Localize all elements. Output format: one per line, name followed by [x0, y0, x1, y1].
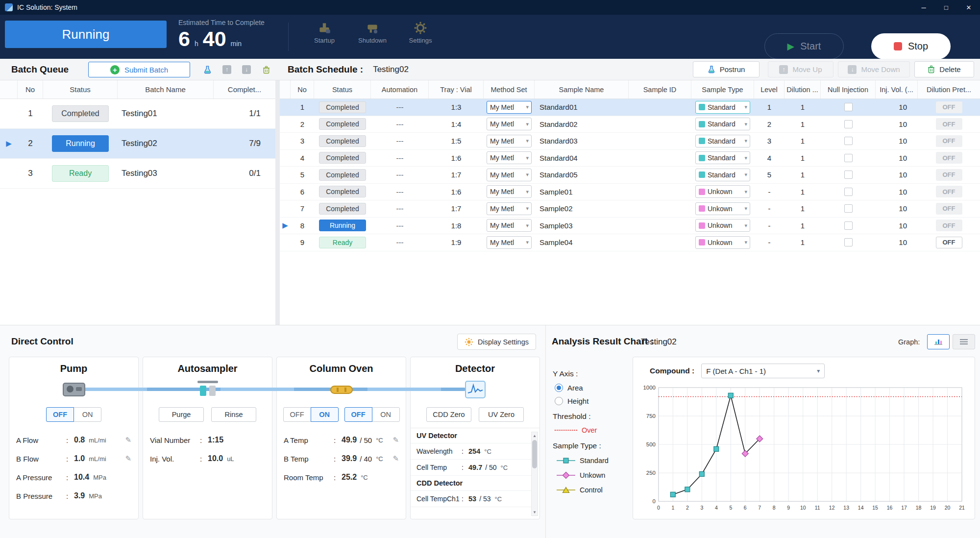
null-injection-checkbox[interactable]: [844, 171, 853, 179]
detector-cdd-zero-button[interactable]: CDD Zero: [426, 407, 471, 422]
sample-type-dropdown[interactable]: Unkown▾: [695, 185, 750, 198]
sample-type-dropdown[interactable]: Standard▾: [695, 135, 750, 147]
schedule-current-arrow: [280, 150, 291, 167]
column-oven-off-button[interactable]: OFF: [344, 407, 372, 422]
schedule-row-tray-vial: 1:7: [429, 200, 484, 217]
method-set-dropdown[interactable]: My Metl▾: [487, 169, 532, 181]
column-oven-off-button[interactable]: OFF: [283, 407, 311, 422]
submit-batch-button[interactable]: + Submit Batch: [88, 62, 190, 77]
schedule-row[interactable]: 2Completed---1:4My Metl▾Standard02Standa…: [280, 116, 980, 133]
method-set-dropdown[interactable]: My Metl▾: [487, 151, 532, 164]
queue-move-down-button[interactable]: ↓: [239, 63, 254, 76]
method-set-dropdown[interactable]: My Metl▾: [487, 135, 532, 147]
queue-move-up-button[interactable]: ↑: [220, 63, 234, 76]
shutdown-button[interactable]: Shutdown: [349, 21, 396, 44]
dilution-pret-toggle[interactable]: OFF: [936, 220, 962, 231]
startup-icon: [317, 21, 332, 35]
method-set-dropdown[interactable]: My Metl▾: [487, 185, 532, 198]
edit-pencil-icon[interactable]: ✎: [392, 436, 399, 444]
dilution-pret-toggle[interactable]: OFF: [936, 118, 962, 130]
y-axis-option-height[interactable]: Height: [555, 397, 634, 405]
sample-type-dropdown[interactable]: Standard▾: [695, 151, 750, 164]
display-settings-button[interactable]: Display Settings: [457, 334, 536, 350]
schedule-row[interactable]: 4Completed---1:6My Metl▾Standard04Standa…: [280, 150, 980, 167]
queue-row[interactable]: 3ReadyTesting030/1: [0, 159, 275, 189]
dilution-pret-toggle[interactable]: OFF: [936, 101, 962, 113]
null-injection-checkbox[interactable]: [844, 188, 853, 196]
queue-delete-button[interactable]: [259, 63, 273, 76]
sample-type-dropdown[interactable]: Standard▾: [695, 169, 750, 181]
pump-off-button[interactable]: OFF: [46, 407, 74, 422]
schedule-row-dilution-pret: OFF: [918, 116, 980, 133]
queue-row-name: Testing01: [118, 109, 214, 119]
queue-row[interactable]: ▶2RunningTesting027/9: [0, 129, 275, 159]
autosampler-rinse-button[interactable]: Rinse: [211, 407, 256, 422]
settings-button[interactable]: Settings: [397, 21, 444, 44]
schedule-row[interactable]: 5Completed---1:7My Metl▾Standard05Standa…: [280, 167, 980, 184]
method-set-dropdown[interactable]: My Metl▾: [487, 219, 532, 232]
stop-button[interactable]: Stop: [871, 33, 951, 59]
schedule-row[interactable]: 1Completed---1:3My Metl▾Standard01Standa…: [280, 99, 980, 116]
minimize-button[interactable]: ─: [912, 0, 935, 15]
delete-button[interactable]: Delete: [914, 61, 974, 77]
queue-postrun-button[interactable]: [200, 63, 215, 76]
queue-row[interactable]: 1CompletedTesting011/1: [0, 99, 275, 129]
schedule-row[interactable]: 6Completed---1:6My Metl▾Sample01Unkown▾-…: [280, 184, 980, 201]
method-set-dropdown[interactable]: My Metl▾: [487, 101, 532, 114]
scroll-up-icon[interactable]: ▲: [532, 432, 538, 439]
dilution-pret-toggle[interactable]: OFF: [936, 203, 962, 215]
detector-scrollbar[interactable]: ▲ ▼: [531, 432, 538, 516]
dilution-pret-toggle[interactable]: OFF: [936, 135, 962, 147]
edit-pencil-icon[interactable]: ✎: [125, 454, 131, 463]
null-injection-checkbox[interactable]: [844, 154, 853, 162]
schedule-row-sample-id: [629, 150, 691, 167]
scrollbar-thumb[interactable]: [532, 440, 537, 468]
postrun-button[interactable]: Postrun: [693, 61, 760, 77]
scrollbar-track[interactable]: [532, 439, 538, 509]
sample-type-dropdown[interactable]: Unkown▾: [695, 236, 750, 249]
start-button[interactable]: ▶ Start: [764, 33, 844, 59]
sample-type-dropdown[interactable]: Unkown▾: [695, 219, 750, 232]
null-injection-checkbox[interactable]: [844, 103, 853, 111]
move-up-button[interactable]: ↑ Move Up: [768, 61, 833, 77]
method-set-dropdown[interactable]: My Metl▾: [487, 118, 532, 130]
maximize-button[interactable]: □: [935, 0, 957, 15]
null-injection-checkbox[interactable]: [844, 221, 853, 230]
null-injection-checkbox[interactable]: [844, 204, 853, 213]
sample-type-dropdown[interactable]: Standard▾: [695, 118, 750, 130]
dilution-pret-toggle[interactable]: OFF: [936, 169, 962, 181]
scroll-down-icon[interactable]: ▼: [532, 509, 538, 515]
column-oven-on-button[interactable]: ON: [311, 407, 339, 422]
null-injection-checkbox[interactable]: [844, 238, 853, 246]
dilution-pret-toggle[interactable]: OFF: [936, 237, 962, 248]
dilution-pret-toggle[interactable]: OFF: [936, 152, 962, 164]
schedule-row[interactable]: 3Completed---1:5My Metl▾Standard03Standa…: [280, 133, 980, 150]
null-injection-checkbox[interactable]: [844, 137, 853, 145]
schedule-row[interactable]: 7Completed---1:7My Metl▾Sample02Unkown▾-…: [280, 200, 980, 218]
schedule-row[interactable]: ▶8Running---1:8My Metl▾Sample03Unkown▾-1…: [280, 218, 980, 235]
column-oven-toggle-1: OFFON: [283, 407, 339, 422]
autosampler-purge-button[interactable]: Purge: [159, 407, 204, 422]
sample-type-dropdown[interactable]: Unkown▾: [695, 202, 750, 215]
move-down-button[interactable]: ↓ Move Down: [838, 61, 910, 77]
graph-list-view-button[interactable]: [953, 334, 975, 349]
field-unit: uL: [227, 455, 234, 463]
method-set-dropdown[interactable]: My Metl▾: [487, 202, 532, 215]
y-axis-option-area[interactable]: Area: [555, 384, 634, 392]
detector-uv-zero-button[interactable]: UV Zero: [479, 407, 524, 422]
method-set-dropdown[interactable]: My Metl▾: [487, 236, 532, 249]
edit-pencil-icon[interactable]: ✎: [125, 436, 131, 444]
compound-dropdown[interactable]: F (Det A - Ch1 - 1) ▾: [701, 364, 825, 378]
close-button[interactable]: ✕: [957, 0, 980, 15]
autosampler-icon: [197, 381, 219, 398]
graph-chart-view-button[interactable]: [927, 334, 950, 349]
null-injection-checkbox[interactable]: [844, 120, 853, 128]
schedule-row[interactable]: 9Ready---1:9My Metl▾Sample04Unkown▾-110O…: [280, 234, 980, 251]
pump-on-button[interactable]: ON: [74, 407, 101, 422]
dilution-pret-toggle[interactable]: OFF: [936, 186, 962, 197]
startup-button[interactable]: Startup: [301, 21, 348, 44]
edit-pencil-icon[interactable]: ✎: [392, 454, 399, 463]
column-oven-on-button[interactable]: ON: [372, 407, 400, 422]
system-status-button[interactable]: Running: [5, 21, 167, 48]
sample-type-dropdown[interactable]: Standard▾: [695, 101, 750, 114]
